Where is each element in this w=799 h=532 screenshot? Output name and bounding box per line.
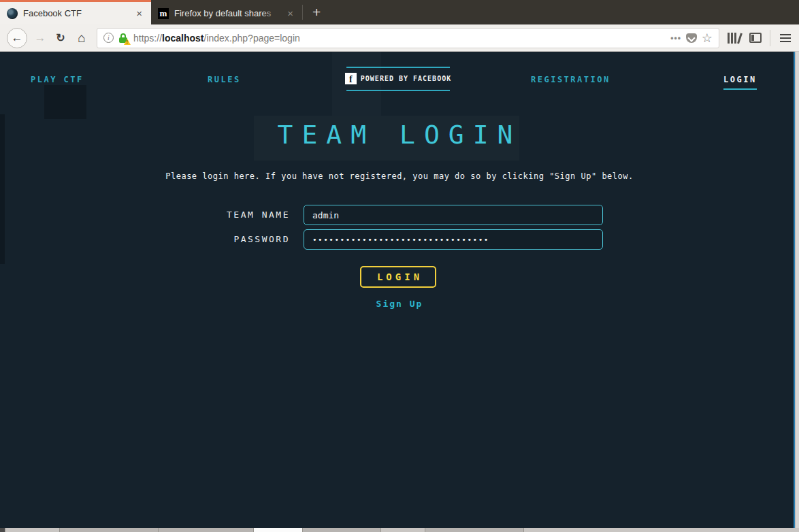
nav-rules-link[interactable]: RULES [208,75,241,84]
pocket-icon[interactable] [686,33,697,43]
browser-tab-bar: Facebook CTF × m Firefox by default shar… [0,0,799,24]
team-name-label: TEAM NAME [167,205,290,225]
password-input[interactable] [304,229,603,250]
url-text[interactable]: https://localhost/index.php?page=login [133,33,666,44]
page-title: TEAM LOGIN [0,120,799,150]
sidebar-toggle-icon[interactable] [749,33,762,43]
bookmark-star-icon[interactable]: ☆ [702,32,713,44]
tab-facebook-ctf[interactable]: Facebook CTF × [0,0,151,24]
tab-title: Facebook CTF [23,8,129,18]
window-bottom-edge [0,528,799,532]
ctf-login-page: PLAY CTF RULES f POWERED BY FACEBOOK REG… [0,52,799,528]
facebook-icon: f [345,73,357,84]
browser-toolbar: ← → ↻ ⌂ i https://localhost/index.php?pa… [0,24,799,52]
library-icon[interactable] [726,33,740,44]
menu-hamburger-icon[interactable] [779,31,792,45]
home-button[interactable]: ⌂ [72,28,91,48]
globe-favicon-icon [7,8,18,19]
powered-by-facebook-badge: f POWERED BY FACEBOOK [346,67,450,91]
password-label: PASSWORD [167,229,290,250]
nav-login-link-active[interactable]: LOGIN [723,75,757,84]
background-map-patch [44,85,86,119]
url-path: /index.php?page=login [204,33,300,44]
url-host: localhost [162,33,203,44]
login-button[interactable]: LOGIN [360,266,436,288]
powered-by-label: POWERED BY FACEBOOK [361,75,451,82]
mozilla-favicon-icon: m [158,8,169,19]
new-tab-button[interactable]: + [303,0,330,24]
tab-close-icon[interactable]: × [285,7,295,19]
tab-close-icon[interactable]: × [134,7,144,19]
window-right-edge [795,52,799,528]
team-name-input[interactable] [304,205,603,225]
reload-button[interactable]: ↻ [52,28,69,48]
page-info-icon[interactable]: i [103,33,114,43]
url-scheme: https:// [133,33,162,44]
tab-firefox-default[interactable]: m Firefox by default shares × [151,0,302,24]
nav-registration-link[interactable]: REGISTRATION [531,75,610,84]
forward-button[interactable]: → [31,28,49,48]
page-actions-icon[interactable]: ••• [670,33,681,43]
login-description: Please login here. If you have not regis… [0,171,799,181]
url-bar[interactable]: i https://localhost/index.php?page=login… [97,28,719,48]
back-button[interactable]: ← [7,28,27,48]
mixed-content-lock-icon[interactable] [118,33,129,44]
tab-title: Firefox by default shares [174,8,280,18]
sign-up-link[interactable]: Sign Up [0,299,799,309]
nav-play-ctf-link[interactable]: PLAY CTF [31,75,84,84]
toolbar-separator [770,30,770,46]
